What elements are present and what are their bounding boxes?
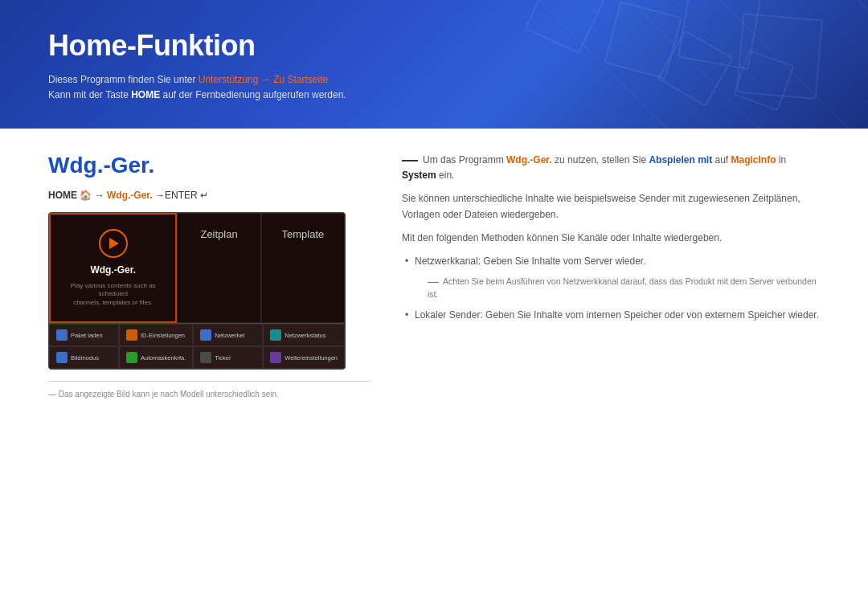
home-key-label: HOME xyxy=(131,89,160,100)
nav-arrow1: → xyxy=(95,190,104,201)
right-panel: Um das Programm Wdg.-Ger. zu nutzen, ste… xyxy=(402,153,820,398)
grid-item-3[interactable]: Netzwerkstatus xyxy=(263,324,345,346)
play-icon xyxy=(99,229,128,258)
intro-abspielen-label: Abspielen mit xyxy=(649,154,712,166)
screen-template-label: Template xyxy=(270,228,336,240)
nav-home-icon: 🏠 xyxy=(80,190,94,201)
nav-arrow2: →ENTER xyxy=(155,190,198,201)
nav-wdg: Wdg.-Ger. xyxy=(107,190,153,201)
intro-magicinfo-label: MagicInfo xyxy=(731,154,776,166)
bullet-list: Netzwerkkanal: Geben Sie Inhalte vom Ser… xyxy=(402,254,820,269)
main-content: Wdg.-Ger. HOME 🏠 → Wdg.-Ger. →ENTER ↵ Wd… xyxy=(0,129,868,415)
netzwerkkanal-label: Netzwerkkanal xyxy=(415,255,478,267)
bullet-item-1: Netzwerkkanal: Geben Sie Inhalte vom Ser… xyxy=(402,254,820,269)
intro-system-label: System xyxy=(402,170,436,181)
section-title: Wdg.-Ger. xyxy=(48,153,370,178)
play-triangle xyxy=(109,238,119,249)
grid-icon-7 xyxy=(270,352,281,363)
grid-label-3: Netzwerkstatus xyxy=(285,332,326,339)
screen-zeitplan-item[interactable]: Zeitplan xyxy=(177,213,260,323)
grid-item-4[interactable]: Bildmodus xyxy=(49,346,119,369)
screen-main-item[interactable]: Wdg.-Ger. Play various contents such as … xyxy=(49,213,177,323)
grid-item-0[interactable]: Paket laden xyxy=(49,324,119,346)
grid-icon-5 xyxy=(126,352,137,363)
intro-wdg-label: Wdg.-Ger. xyxy=(506,154,552,166)
nav-enter-icon: ↵ xyxy=(200,190,208,201)
grid-icon-6 xyxy=(200,352,211,363)
nav-path: HOME 🏠 → Wdg.-Ger. →ENTER ↵ xyxy=(48,190,370,201)
para1: Sie können unterschiedliche Inhalte wie … xyxy=(402,191,820,222)
grid-label-0: Paket laden xyxy=(71,332,103,339)
subtitle-link[interactable]: Unterstützung → Zu Startseite xyxy=(199,74,328,85)
screen-template-item[interactable]: Template xyxy=(261,213,345,323)
grid-item-5[interactable]: Automaskenkrfa. xyxy=(119,346,193,369)
dash-icon xyxy=(402,160,418,161)
grid-item-1[interactable]: ID-Einstellungen xyxy=(119,324,193,346)
grid-label-6: Ticker xyxy=(215,354,231,362)
para2: Mit den folgenden Methoden können Sie Ka… xyxy=(402,231,820,246)
screen-footnote: — Das angezeigte Bild kann je nach Model… xyxy=(48,381,370,398)
subnote: Achten Sie beim Ausführen von Netzwerkka… xyxy=(402,276,820,301)
intro-line: Um das Programm Wdg.-Ger. zu nutzen, ste… xyxy=(402,153,820,183)
device-screen: Wdg.-Ger. Play various contents such as … xyxy=(48,212,346,370)
subtitle-line2-prefix: Kann mit der Taste xyxy=(48,89,131,100)
bullet-item-2: Lokaler Sender: Geben Sie Inhalte vom in… xyxy=(402,308,820,323)
screen-main-label: Wdg.-Ger. xyxy=(90,264,136,276)
grid-item-6[interactable]: Ticker xyxy=(193,346,263,369)
subtitle-line2-suffix: auf der Fernbedienung aufgerufen werden. xyxy=(160,89,346,100)
grid-icon-1 xyxy=(126,329,137,341)
screen-top: Wdg.-Ger. Play various contents such as … xyxy=(49,213,345,323)
grid-label-1: ID-Einstellungen xyxy=(141,332,185,339)
subtitle-prefix: Dieses Programm finden Sie unter xyxy=(48,74,199,85)
grid-label-2: Netzwerkel xyxy=(215,332,244,339)
subnote-dash xyxy=(428,282,439,284)
grid-item-7[interactable]: Weitereinstellungen xyxy=(263,346,345,369)
screen-main-sublabel: Play various contents such as scheduledc… xyxy=(63,282,162,307)
grid-label-4: Bildmodus xyxy=(71,354,99,362)
bullet-list-2: Lokaler Sender: Geben Sie Inhalte vom in… xyxy=(402,308,820,323)
grid-icon-3 xyxy=(270,329,281,341)
subnote-netzwerkkanal: Netzwerkkanal xyxy=(563,276,618,286)
screen-bottom-grid: Paket laden ID-Einstellungen Netzwerkel … xyxy=(49,323,345,369)
header-banner: Home-Funktion Dieses Programm finden Sie… xyxy=(0,0,868,129)
screen-zeitplan-label: Zeitplan xyxy=(186,228,252,240)
grid-label-5: Automaskenkrfa. xyxy=(141,354,186,362)
left-panel: Wdg.-Ger. HOME 🏠 → Wdg.-Ger. →ENTER ↵ Wd… xyxy=(48,153,370,398)
grid-item-2[interactable]: Netzwerkel xyxy=(193,324,263,346)
grid-label-7: Weitereinstellungen xyxy=(285,354,338,362)
grid-icon-0 xyxy=(56,329,68,341)
decorative-shapes xyxy=(498,0,836,129)
lokaler-sender-label: Lokaler Sender xyxy=(415,309,480,321)
grid-icon-4 xyxy=(56,352,68,363)
grid-icon-2 xyxy=(200,329,211,341)
nav-home: HOME xyxy=(48,190,77,201)
